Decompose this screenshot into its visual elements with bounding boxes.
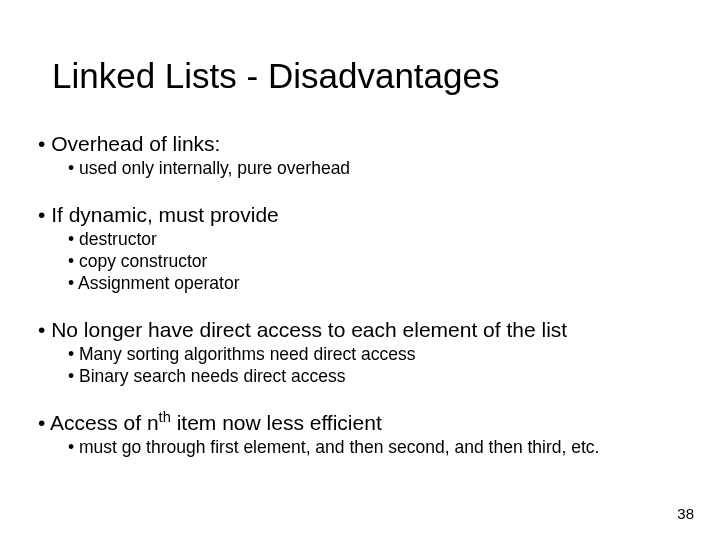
bullet-level1: Access of nth item now less efficient [36, 411, 684, 435]
bullet-level2: destructor [36, 229, 684, 250]
bullet-level1: If dynamic, must provide [36, 203, 684, 227]
bullet-level2: must go through first element, and then … [36, 437, 684, 458]
bullet-group: Overhead of links: used only internally,… [36, 132, 684, 179]
bullet-level2: Assignment operator [36, 273, 684, 294]
bullet-level2: Many sorting algorithms need direct acce… [36, 344, 684, 365]
bullet-group: No longer have direct access to each ele… [36, 318, 684, 387]
bullet-level2: copy constructor [36, 251, 684, 272]
bullet-group: Access of nth item now less efficient mu… [36, 411, 684, 458]
bullet-level2: Binary search needs direct access [36, 366, 684, 387]
bullet-group: If dynamic, must provide destructor copy… [36, 203, 684, 294]
slide: Linked Lists - Disadvantages Overhead of… [0, 0, 720, 540]
bullet-level2: used only internally, pure overhead [36, 158, 684, 179]
page-number: 38 [677, 505, 694, 522]
slide-body: Overhead of links: used only internally,… [36, 132, 684, 482]
slide-title: Linked Lists - Disadvantages [52, 56, 499, 96]
bullet-level1: No longer have direct access to each ele… [36, 318, 684, 342]
bullet-level1: Overhead of links: [36, 132, 684, 156]
